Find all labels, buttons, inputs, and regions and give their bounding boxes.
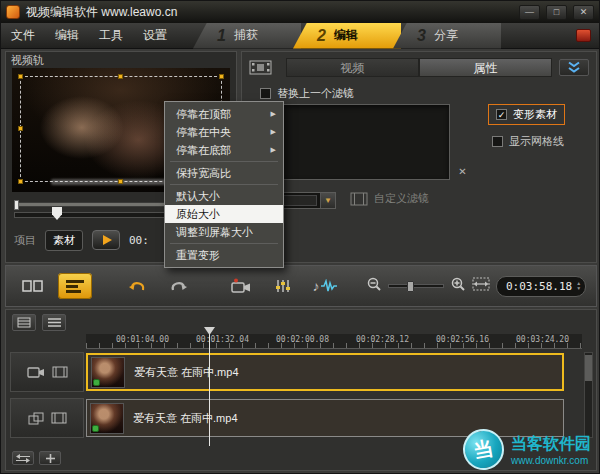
show-grid-option[interactable]: 显示网格线 [492, 134, 564, 149]
record-capture-icon [231, 278, 251, 294]
applied-filters-list[interactable] [260, 104, 450, 180]
ruler-label: 00:01:32.04 [196, 335, 249, 344]
storyboard-view-button[interactable] [16, 273, 50, 299]
transform-handle[interactable] [118, 179, 123, 184]
show-grid-label: 显示网格线 [509, 134, 564, 149]
menu-settings[interactable]: 设置 [133, 23, 177, 48]
play-button[interactable] [92, 230, 120, 250]
transform-handle[interactable] [18, 179, 23, 184]
collapse-panel-button[interactable] [559, 59, 589, 76]
menu-item-label: 停靠在底部 [176, 143, 231, 158]
overlay-track-header[interactable] [10, 398, 84, 438]
dropdown-arrow-icon[interactable]: ▼ [320, 193, 335, 208]
zoom-out-icon [366, 276, 382, 292]
zoom-in-button[interactable] [450, 276, 466, 296]
watermark-badge-icon: 当 [460, 426, 507, 473]
minimize-button[interactable]: — [519, 5, 540, 20]
transform-handle[interactable] [18, 74, 23, 79]
clip-fx-badge-icon [93, 379, 100, 386]
redo-button[interactable] [162, 273, 196, 299]
watermark-site-url: www.downkr.com [511, 455, 591, 466]
close-button[interactable]: ✕ [573, 5, 594, 20]
menu-separator [170, 184, 278, 185]
menu-edit[interactable]: 编辑 [45, 23, 89, 48]
options-panel: 视频 属性 替换上一个滤镜 ✕ ✓ 变形素材 显示网格线 ▼ 自定义滤镜 [241, 51, 597, 263]
maximize-button[interactable]: □ [546, 5, 567, 20]
record-capture-options-button[interactable] [224, 273, 258, 299]
project-duration-display[interactable]: 0:03:58.18 ▲ ▼ [496, 276, 586, 297]
ruler-label: 00:03:24.20 [516, 335, 569, 344]
context-menu-item-original-size[interactable]: 原始大小 [165, 205, 283, 223]
customize-filter-icon [350, 192, 368, 206]
customize-filter-label: 自定义滤镜 [374, 191, 429, 206]
timeline-playhead[interactable] [209, 334, 210, 446]
trim-start-handle[interactable] [14, 200, 19, 210]
timeline-zoom-slider[interactable] [388, 284, 444, 288]
timeline-clip-video[interactable]: 爱有天意 在雨中.mp4 [86, 353, 564, 391]
clip-thumbnail [91, 357, 125, 388]
film-icon [52, 366, 68, 378]
waveform-icon [320, 279, 338, 293]
step-tab-edit[interactable]: 2 编辑 [293, 23, 401, 49]
redo-icon [168, 278, 190, 294]
delete-filter-icon[interactable]: ✕ [456, 166, 469, 179]
customize-filter-button[interactable]: 自定义滤镜 [350, 191, 429, 206]
replace-filter-checkbox[interactable] [260, 88, 271, 99]
context-menu-item-dock-bottom[interactable]: 停靠在底部 ▶ [165, 141, 283, 159]
brand-badge-icon [576, 29, 591, 42]
context-menu-item-dock-top[interactable]: 停靠在顶部 ▶ [165, 105, 283, 123]
menu-item-label: 调整到屏幕大小 [176, 225, 253, 240]
zoom-out-button[interactable] [366, 276, 382, 296]
transform-handle[interactable] [18, 126, 23, 131]
show-grid-checkbox[interactable] [492, 136, 503, 147]
tab-attribute[interactable]: 属性 [419, 58, 552, 77]
track-manager-button[interactable] [42, 314, 66, 331]
stepper-down-icon[interactable]: ▼ [576, 286, 581, 291]
menu-item-label: 原始大小 [176, 207, 220, 222]
app-icon [6, 5, 20, 19]
window-title: 视频编辑软件 www.leawo.cn [26, 4, 177, 21]
scrubber-playhead[interactable] [52, 207, 62, 220]
deform-clip-option[interactable]: ✓ 变形素材 [488, 104, 565, 125]
context-menu-item-keep-aspect[interactable]: 保持宽高比 [165, 164, 283, 182]
duration-steppers[interactable]: ▲ ▼ [576, 281, 581, 291]
replace-filter-row: 替换上一个滤镜 [260, 86, 354, 101]
menu-item-label: 保持宽高比 [176, 166, 231, 181]
zoom-slider-handle[interactable] [407, 281, 414, 292]
auto-music-button[interactable]: ♪ [308, 273, 342, 299]
fit-project-button[interactable] [472, 277, 490, 295]
transform-handle[interactable] [118, 74, 123, 79]
timeline-view-button[interactable] [58, 273, 92, 299]
context-menu-item-dock-center[interactable]: 停靠在中央 ▶ [165, 123, 283, 141]
context-menu-item-fit-screen[interactable]: 调整到屏幕大小 [165, 223, 283, 241]
sound-mixer-button[interactable] [266, 273, 300, 299]
add-track-button[interactable] [39, 451, 61, 465]
undo-icon [126, 278, 148, 294]
panel-tabs: 视频 属性 [286, 58, 552, 77]
context-menu-item-reset-deform[interactable]: 重置变形 [165, 246, 283, 264]
menu-file[interactable]: 文件 [1, 23, 45, 48]
timeline-ruler[interactable]: 00:01:04.00 00:01:32.04 00:02:00.08 00:0… [86, 334, 582, 349]
undo-button[interactable] [120, 273, 154, 299]
tab-video[interactable]: 视频 [286, 58, 419, 77]
film-icon [51, 412, 67, 424]
preview-timecode: 00: [129, 234, 149, 247]
clip-mode-label[interactable]: 素材 [45, 230, 83, 251]
zoom-in-icon [450, 276, 466, 292]
track-list-button[interactable] [12, 314, 36, 331]
timeline-vertical-scrollbar[interactable] [584, 352, 593, 438]
ruler-label: 00:02:56.16 [436, 335, 489, 344]
music-note-icon: ♪ [313, 278, 320, 294]
transform-handle[interactable] [219, 74, 224, 79]
swap-tracks-button[interactable] [12, 451, 34, 465]
step-tab-share[interactable]: 3 分享 [393, 23, 501, 49]
step-tab-capture[interactable]: 1 捕获 [193, 23, 301, 49]
context-menu-item-default-size[interactable]: 默认大小 [165, 187, 283, 205]
menu-tools[interactable]: 工具 [89, 23, 133, 48]
project-mode-label[interactable]: 项目 [14, 233, 36, 248]
duration-value: 0:03:58.18 [506, 280, 572, 293]
scrollbar-thumb[interactable] [585, 355, 592, 381]
video-track-header[interactable] [10, 352, 84, 392]
video-track-label: 视频轨 [11, 53, 44, 68]
deform-clip-checkbox[interactable]: ✓ [496, 109, 507, 120]
